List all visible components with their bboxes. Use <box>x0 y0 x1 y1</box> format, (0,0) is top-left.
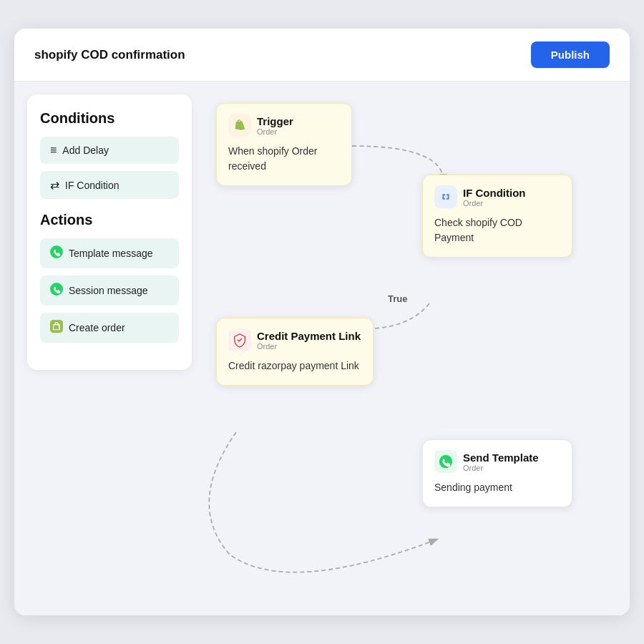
send-node-header: Send Template Order <box>434 450 560 473</box>
true-label: True <box>388 293 407 304</box>
sidebar-item-label-session: Session message <box>69 285 148 296</box>
send-node-title: Send Template <box>463 452 539 464</box>
sidebar-item-session-message[interactable]: Session message <box>40 275 179 306</box>
conditions-title: Conditions <box>40 110 179 127</box>
trigger-node-body: When shopify Order received <box>228 144 340 174</box>
credit-node-header: Credit Payment Link Order <box>228 328 361 351</box>
sidebar-item-template-message[interactable]: Template message <box>40 238 179 268</box>
shopify-icon <box>228 114 251 137</box>
if-condition-icon <box>434 185 457 208</box>
if-icon: ⇄ <box>50 178 59 192</box>
delay-icon: ≡ <box>50 144 57 157</box>
sidebar-item-create-order[interactable]: Create order <box>40 313 179 343</box>
sidebar-item-label-template: Template message <box>69 248 153 259</box>
sidebar-item-label-if: IF Condition <box>65 180 119 191</box>
send-template-node[interactable]: Send Template Order Sending payment <box>422 439 572 507</box>
sidebar: Conditions ≡ Add Delay ⇄ IF Condition Ac… <box>27 94 192 370</box>
send-node-subtitle: Order <box>463 464 539 472</box>
publish-button[interactable]: Publish <box>531 42 610 68</box>
credit-node-body: Credit razorpay payment Link <box>228 358 361 374</box>
sidebar-item-label-delay: Add Delay <box>62 145 109 156</box>
if-condition-node[interactable]: IF Condition Order Check shopify COD Pay… <box>422 175 572 258</box>
actions-title: Actions <box>40 212 179 228</box>
create-order-icon <box>50 320 63 336</box>
sidebar-item-add-delay[interactable]: ≡ Add Delay <box>40 137 179 164</box>
whatsapp-template-icon <box>50 245 63 261</box>
if-node-body: Check shopify COD Payment <box>434 215 560 245</box>
canvas: Conditions ≡ Add Delay ⇄ IF Condition Ac… <box>14 82 630 615</box>
if-node-header: IF Condition Order <box>434 185 560 208</box>
page-title: shopify COD confirmation <box>34 48 185 62</box>
svg-rect-4 <box>438 189 454 205</box>
svg-point-6 <box>439 455 452 468</box>
if-node-title: IF Condition <box>463 187 525 199</box>
main-card: shopify COD confirmation Publish Conditi… <box>14 29 630 615</box>
header: shopify COD confirmation Publish <box>14 29 630 82</box>
credit-node-title: Credit Payment Link <box>257 330 361 342</box>
trigger-node-subtitle: Order <box>257 127 293 136</box>
svg-rect-2 <box>50 320 63 333</box>
send-whatsapp-icon <box>434 450 457 473</box>
credit-node-subtitle: Order <box>257 342 361 351</box>
whatsapp-session-icon <box>50 283 63 298</box>
if-node-subtitle: Order <box>463 199 525 208</box>
credit-payment-node[interactable]: Credit Payment Link Order Credit razorpa… <box>216 318 374 386</box>
svg-point-0 <box>50 245 63 258</box>
sidebar-item-label-order: Create order <box>69 322 125 333</box>
sidebar-item-if-condition[interactable]: ⇄ IF Condition <box>40 171 179 199</box>
send-node-body: Sending payment <box>434 480 560 495</box>
trigger-node[interactable]: Trigger Order When shopify Order receive… <box>216 103 352 186</box>
credit-icon <box>228 328 251 351</box>
trigger-node-header: Trigger Order <box>228 114 340 137</box>
svg-point-1 <box>50 283 63 296</box>
trigger-node-title: Trigger <box>257 115 293 127</box>
